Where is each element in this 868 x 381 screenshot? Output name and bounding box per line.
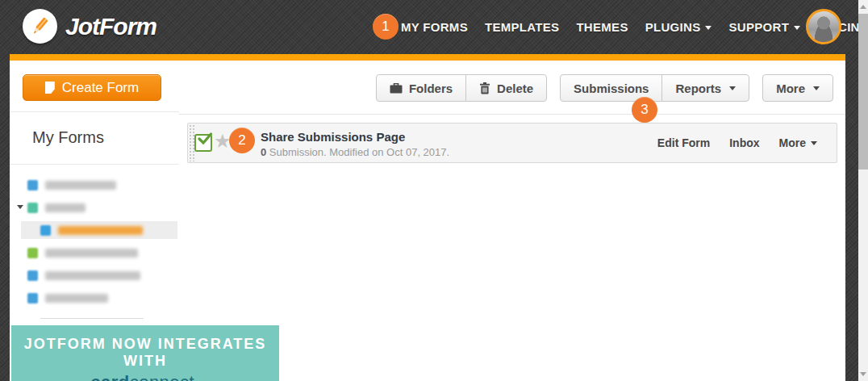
chevron-down-icon: [794, 26, 800, 30]
chevron-down-icon: [705, 26, 712, 30]
page-content: Create Form My Forms Folders: [10, 61, 845, 381]
folder-list: [10, 177, 179, 312]
inbox-link[interactable]: Inbox: [729, 136, 759, 149]
scroll-down-arrow-icon[interactable]: [860, 372, 866, 376]
nav-item-templates[interactable]: TEMPLATES: [485, 20, 559, 34]
sidebar-folder-item-3[interactable]: [21, 221, 177, 239]
nav-item-my-forms[interactable]: MY FORMS: [401, 20, 468, 34]
sidebar-folder-item-2[interactable]: [10, 199, 179, 216]
redacted-folder-label: [45, 271, 140, 280]
submissions-reports-group: Submissions Reports: [560, 74, 749, 102]
annotation-badge-1: 1: [373, 14, 399, 40]
pencil-logo-icon: [23, 9, 57, 44]
redacted-folder-label: [58, 226, 143, 235]
form-row[interactable]: ★ Share Submissions Page 0 Submission. M…: [187, 123, 837, 163]
annotation-badge-3: 3: [632, 97, 657, 123]
form-row-actions: Edit Form Inbox More: [657, 124, 817, 162]
annotation-badge-2: 2: [229, 128, 255, 153]
cardconnect-brand: cardconnect.: [11, 372, 279, 381]
more-row-link[interactable]: More: [779, 136, 817, 149]
chevron-down-icon: [813, 86, 820, 90]
cardconnect-ad-banner[interactable]: JOTFORM NOW INTEGRATES WITH cardconnect.: [11, 325, 279, 381]
redacted-folder-label: [45, 294, 108, 303]
folder-icon: [27, 248, 38, 258]
delete-label: Delete: [497, 82, 533, 95]
folder-icon: [27, 293, 38, 304]
redacted-folder-label: [45, 249, 138, 257]
reports-button[interactable]: Reports: [661, 74, 749, 102]
nav-item-support[interactable]: SUPPORT: [728, 20, 800, 34]
edit-form-link[interactable]: Edit Form: [657, 136, 710, 149]
sidebar-divider: [10, 111, 179, 112]
create-form-button[interactable]: Create Form: [23, 74, 161, 101]
delete-button[interactable]: Delete: [465, 74, 547, 102]
brand-period: .: [194, 372, 200, 381]
form-meta-text: Submission. Modified on Oct 07, 2017.: [266, 146, 449, 158]
folders-delete-group: Folders Delete: [376, 74, 547, 102]
checkmark-icon: [198, 132, 212, 145]
top-navbar: JotForm MY FORMSTEMPLATESTHEMESPLUGINSSU…: [0, 0, 858, 54]
jotform-logo[interactable]: JotForm: [23, 9, 156, 44]
nav-item-themes[interactable]: THEMES: [576, 20, 628, 34]
trash-icon: [479, 82, 490, 94]
form-meta: 0 Submission. Modified on Oct 07, 2017.: [261, 146, 449, 158]
document-icon: [45, 82, 55, 94]
top-nav: MY FORMSTEMPLATESTHEMESPLUGINSSUPPORTPRI…: [401, 0, 868, 54]
folder-icon: [390, 83, 403, 94]
form-row-text: Share Submissions Page 0 Submission. Mod…: [261, 129, 449, 158]
redacted-folder-label: [45, 181, 116, 190]
chevron-down-icon: [811, 141, 817, 145]
accent-strip: [10, 54, 845, 61]
user-avatar[interactable]: [806, 9, 841, 44]
brand-card: card: [90, 372, 129, 381]
toolbar-divider: [179, 114, 845, 115]
folder-icon: [27, 180, 38, 190]
folder-icon: [27, 270, 38, 281]
chevron-down-icon: [729, 86, 736, 90]
brand-connect: connect: [130, 372, 195, 381]
sidebar-folder-item-5[interactable]: [10, 267, 179, 283]
folders-button[interactable]: Folders: [376, 74, 466, 102]
my-forms-heading: My Forms: [32, 128, 104, 147]
scrollbar-thumb[interactable]: [858, 14, 868, 170]
form-checkbox[interactable]: [194, 134, 212, 152]
more-label: More: [776, 82, 805, 95]
expand-caret-icon[interactable]: [17, 205, 23, 209]
folders-label: Folders: [409, 82, 453, 95]
sidebar-folder-item-6[interactable]: [10, 290, 179, 306]
more-row-label: More: [779, 136, 806, 149]
submissions-label: Submissions: [574, 82, 649, 95]
more-toolbar-button[interactable]: More: [762, 74, 833, 102]
form-title: Share Submissions Page: [261, 129, 449, 144]
sidebar-folder-item-4[interactable]: [10, 245, 179, 261]
folder-icon: [40, 225, 51, 236]
toolbar: Folders Delete Submissions: [376, 74, 833, 102]
scroll-up-arrow-icon[interactable]: [860, 5, 866, 9]
banner-headline: JOTFORM NOW INTEGRATES WITH: [11, 336, 279, 370]
reports-label: Reports: [675, 82, 721, 95]
sidebar-divider: [40, 318, 144, 319]
logo-text: JotForm: [65, 13, 156, 40]
redacted-folder-label: [45, 203, 86, 212]
folder-icon: [27, 203, 38, 213]
nav-item-plugins[interactable]: PLUGINS: [645, 20, 712, 34]
sidebar-divider: [10, 164, 179, 165]
vertical-scrollbar[interactable]: [858, 0, 868, 381]
sidebar-folder-item-1[interactable]: [10, 177, 179, 193]
create-form-label: Create Form: [62, 80, 139, 96]
